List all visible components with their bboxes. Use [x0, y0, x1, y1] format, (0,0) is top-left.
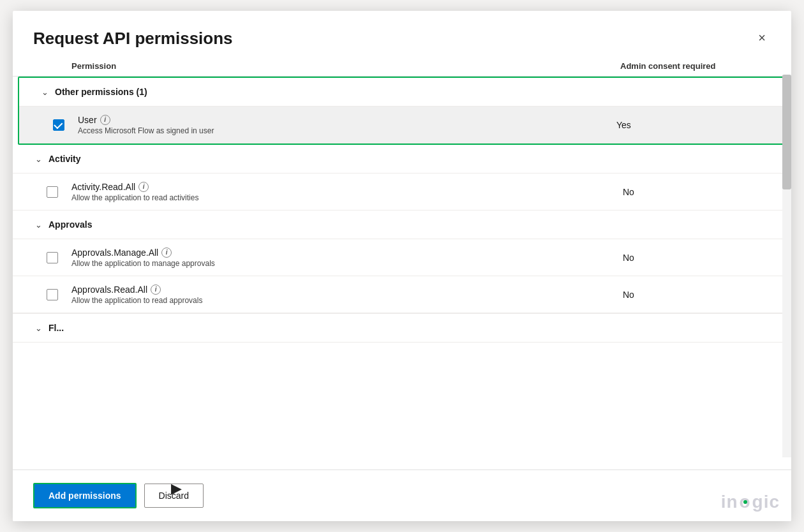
perm-desc-user: Access Microsoft Flow as signed in user	[78, 126, 614, 135]
admin-cell-activity-read-all: No	[620, 187, 761, 197]
perm-desc-approvals-read-all: Allow the application to read approvals	[71, 296, 620, 305]
section-activity: ⌄ Activity Activity.Read.All i Allow the…	[13, 145, 791, 211]
permission-row-activity-read-all: Activity.Read.All i Allow the applicatio…	[13, 173, 791, 210]
close-button[interactable]: ×	[753, 29, 771, 47]
admin-cell-approvals-read-all: No	[620, 290, 761, 300]
discard-button[interactable]: Discard	[144, 484, 204, 508]
info-icon-approvals-read-all[interactable]: i	[151, 284, 161, 295]
checkbox-cell-activity-read-all[interactable]	[33, 186, 71, 198]
perm-desc-approvals-manage-all: Allow the application to manage approval…	[71, 259, 620, 268]
chevron-down-icon-activity: ⌄	[33, 154, 43, 164]
perm-info-approvals-manage-all: Approvals.Manage.All i Allow the applica…	[71, 248, 620, 268]
section-other: ⌄ Other permissions (1) User i Access Mi…	[19, 78, 785, 144]
checkbox-cell-approvals-manage-all[interactable]	[33, 252, 71, 263]
perm-info-approvals-read-all: Approvals.Read.All i Allow the applicati…	[71, 284, 620, 305]
info-icon-approvals-manage-all[interactable]: i	[161, 248, 172, 258]
checkbox-cell-user[interactable]	[40, 119, 78, 131]
section-approvals-title: Approvals	[48, 219, 92, 230]
permission-row-user: User i Access Microsoft Flow as signed i…	[19, 106, 785, 143]
checkbox-approvals-manage-all[interactable]	[47, 252, 58, 263]
chevron-down-icon: ⌄	[40, 87, 50, 97]
section-other-highlighted: ⌄ Other permissions (1) User i Access Mi…	[18, 77, 786, 145]
section-activity-title: Activity	[48, 154, 81, 164]
permissions-list: ⌄ Other permissions (1) User i Access Mi…	[13, 77, 791, 469]
info-icon-activity-read-all[interactable]: i	[138, 182, 149, 192]
perm-name-user: User i	[78, 115, 614, 125]
section-activity-header[interactable]: ⌄ Activity	[13, 145, 791, 173]
dialog-header: Request API permissions ×	[13, 11, 791, 56]
permission-row-approvals-manage-all: Approvals.Manage.All i Allow the applica…	[13, 239, 791, 276]
section-other-header[interactable]: ⌄ Other permissions (1)	[19, 78, 785, 106]
checkbox-approvals-read-all[interactable]	[47, 289, 58, 300]
dialog-footer: Add permissions Discard ▶	[13, 469, 791, 521]
dialog-title: Request API permissions	[33, 29, 233, 48]
perm-name-activity-read-all: Activity.Read.All i	[71, 182, 620, 192]
request-api-permissions-dialog: Request API permissions × Permission Adm…	[13, 11, 791, 521]
section-flows-title: Fl...	[48, 323, 64, 333]
column-permission-label: Permission	[33, 61, 620, 71]
chevron-down-icon-flows: ⌄	[33, 323, 43, 333]
column-admin-label: Admin consent required	[620, 61, 761, 71]
section-other-title: Other permissions (1)	[55, 87, 147, 97]
chevron-down-icon-approvals: ⌄	[33, 220, 43, 230]
scrollbar-thumb[interactable]	[782, 75, 791, 189]
admin-cell-user: Yes	[614, 120, 754, 130]
perm-info-user: User i Access Microsoft Flow as signed i…	[78, 115, 614, 135]
section-flows-header[interactable]: ⌄ Fl...	[13, 313, 791, 342]
info-icon-user[interactable]: i	[100, 115, 110, 125]
perm-info-activity-read-all: Activity.Read.All i Allow the applicatio…	[71, 182, 620, 202]
checkbox-cell-approvals-read-all[interactable]	[33, 289, 71, 300]
section-flows: ⌄ Fl...	[13, 313, 791, 343]
scrollbar[interactable]	[782, 75, 791, 457]
perm-name-approvals-manage-all: Approvals.Manage.All i	[71, 248, 620, 258]
checkbox-user[interactable]	[53, 119, 64, 131]
admin-cell-approvals-manage-all: No	[620, 253, 761, 263]
permission-row-approvals-read-all: Approvals.Read.All i Allow the applicati…	[13, 276, 791, 313]
perm-name-approvals-read-all: Approvals.Read.All i	[71, 284, 620, 295]
add-permissions-button[interactable]: Add permissions	[33, 483, 137, 508]
table-header: Permission Admin consent required	[13, 56, 791, 77]
section-approvals: ⌄ Approvals Approvals.Manage.All i Allow…	[13, 211, 791, 313]
section-approvals-header[interactable]: ⌄ Approvals	[13, 211, 791, 239]
perm-desc-activity-read-all: Allow the application to read activities	[71, 193, 620, 202]
checkbox-activity-read-all[interactable]	[47, 186, 58, 198]
